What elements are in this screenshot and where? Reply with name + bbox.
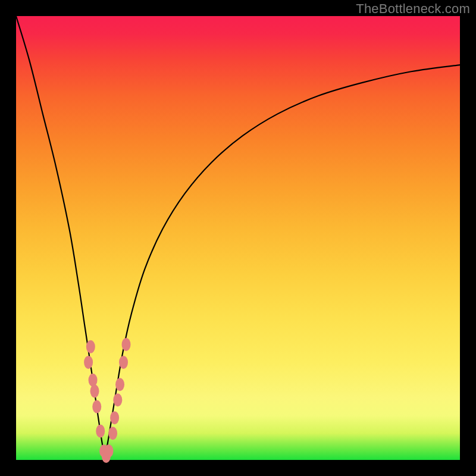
data-dot bbox=[89, 374, 98, 387]
watermark-text: TheBottleneck.com bbox=[356, 1, 470, 17]
data-dot bbox=[113, 393, 122, 406]
data-dot bbox=[92, 400, 101, 413]
data-dot bbox=[96, 425, 105, 438]
curve-right-branch bbox=[105, 65, 460, 460]
data-dot bbox=[108, 427, 117, 440]
data-dot bbox=[110, 411, 119, 424]
data-dot bbox=[115, 378, 124, 391]
data-dot bbox=[84, 356, 93, 369]
data-dot bbox=[86, 340, 95, 353]
data-dot bbox=[90, 384, 99, 397]
bottleneck-curve-chart bbox=[16, 16, 460, 460]
outer-frame: TheBottleneck.com bbox=[0, 0, 476, 476]
data-dot bbox=[104, 444, 113, 458]
data-dot bbox=[122, 338, 131, 351]
data-dot bbox=[119, 356, 128, 369]
